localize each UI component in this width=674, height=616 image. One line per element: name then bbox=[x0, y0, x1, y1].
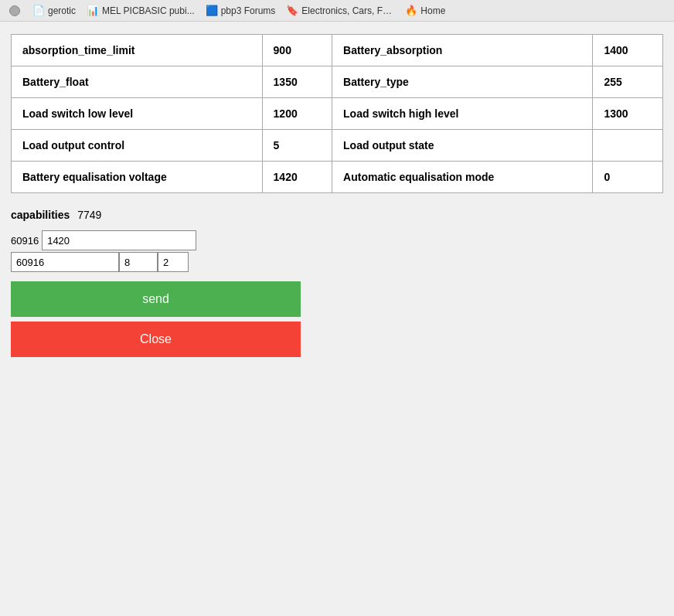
tab-text-mel: MEL PICBASIC pubi... bbox=[102, 5, 195, 16]
main-content: absorption_time_limit900Battery_absorpti… bbox=[0, 22, 674, 369]
capabilities-row: capabilities 7749 bbox=[11, 209, 663, 221]
tab-icon-home: 🔥 bbox=[405, 5, 417, 16]
row2-input1[interactable] bbox=[11, 252, 119, 272]
row-1-col1-value: 1350 bbox=[262, 66, 332, 98]
row-0-col2-label: Battery_absorption bbox=[332, 35, 593, 66]
row-0-col1-label: absorption_time_limit bbox=[12, 35, 263, 66]
row-0-col1-value: 900 bbox=[262, 35, 332, 66]
row-2-col2-label: Load switch high level bbox=[332, 98, 593, 130]
input-section: 60916 bbox=[11, 230, 663, 272]
tab-icon-gerotic: 📄 bbox=[32, 5, 45, 16]
tab-icon-mel: 📊 bbox=[87, 5, 99, 16]
row-2-col1-label: Load switch low level bbox=[12, 98, 263, 130]
row-3-col2-value bbox=[593, 130, 663, 162]
capabilities-value: 7749 bbox=[77, 209, 101, 221]
browser-tab-home[interactable]: 🔥Home bbox=[405, 5, 445, 16]
row1-input[interactable] bbox=[42, 230, 196, 250]
tab-text-gerotic: gerotic bbox=[48, 5, 76, 16]
row-4-col1-label: Battery equalisation voltage bbox=[12, 162, 263, 193]
table-row: Battery equalisation voltage1420Automati… bbox=[12, 162, 663, 193]
row-4-col1-value: 1420 bbox=[262, 162, 332, 193]
data-table: absorption_time_limit900Battery_absorpti… bbox=[11, 34, 663, 193]
row-1-col2-value: 255 bbox=[593, 66, 663, 98]
send-button[interactable]: send bbox=[11, 281, 301, 317]
table-row: absorption_time_limit900Battery_absorpti… bbox=[12, 35, 663, 66]
table-row: Load switch low level1200Load switch hig… bbox=[12, 98, 663, 130]
tab-icon-pbp3: 🟦 bbox=[206, 5, 218, 16]
browser-tab-gerotic[interactable]: 📄gerotic bbox=[32, 5, 76, 16]
input-row-2 bbox=[11, 252, 663, 272]
browser-bar: 📄gerotic📊MEL PICBASIC pubi...🟦pbp3 Forum… bbox=[0, 0, 674, 22]
tab-text-home: Home bbox=[420, 5, 445, 16]
row-3-col1-value: 5 bbox=[262, 130, 332, 162]
row-1-col2-label: Battery_type bbox=[332, 66, 593, 98]
capabilities-label: capabilities bbox=[11, 209, 70, 221]
row-3-col1-label: Load output control bbox=[12, 130, 263, 162]
browser-tab-pbp3[interactable]: 🟦pbp3 Forums bbox=[206, 5, 276, 16]
table-row: Load output control5Load output state bbox=[12, 130, 663, 162]
row1-static-label: 60916 bbox=[11, 235, 42, 247]
row-4-col2-label: Automatic equalisation mode bbox=[332, 162, 593, 193]
browser-dot bbox=[9, 5, 20, 16]
row2-input2[interactable] bbox=[119, 252, 158, 272]
row-0-col2-value: 1400 bbox=[593, 35, 663, 66]
table-row: Battery_float1350Battery_type255 bbox=[12, 66, 663, 98]
tab-icon-electronics: 🔖 bbox=[286, 5, 298, 16]
browser-tabs: 📄gerotic📊MEL PICBASIC pubi...🟦pbp3 Forum… bbox=[32, 5, 665, 16]
row-2-col1-value: 1200 bbox=[262, 98, 332, 130]
row-2-col2-value: 1300 bbox=[593, 98, 663, 130]
tab-text-pbp3: pbp3 Forums bbox=[221, 5, 276, 16]
browser-tab-electronics[interactable]: 🔖Electronics, Cars, Fa... bbox=[286, 5, 394, 16]
tab-text-electronics: Electronics, Cars, Fa... bbox=[301, 5, 394, 16]
row2-input3[interactable] bbox=[158, 252, 189, 272]
browser-tab-mel[interactable]: 📊MEL PICBASIC pubi... bbox=[87, 5, 195, 16]
row-1-col1-label: Battery_float bbox=[12, 66, 263, 98]
input-row-1: 60916 bbox=[11, 230, 663, 250]
row-4-col2-value: 0 bbox=[593, 162, 663, 193]
row-3-col2-label: Load output state bbox=[332, 130, 593, 162]
close-button[interactable]: Close bbox=[11, 322, 301, 357]
